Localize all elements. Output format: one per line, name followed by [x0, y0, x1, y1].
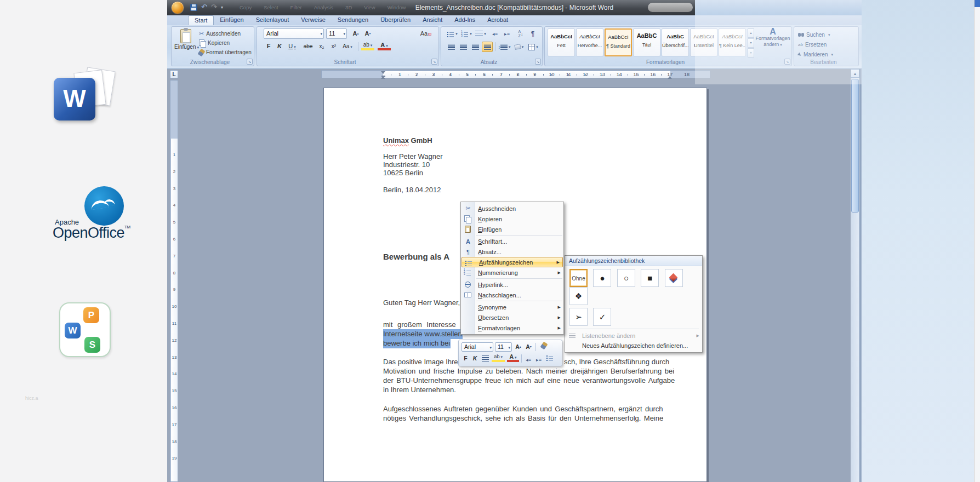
- style-card-hervorhebung[interactable]: AaBbCcIHervorhe...: [576, 28, 603, 56]
- browser-scrollbar-top[interactable]: [975, 0, 980, 7]
- chevron-down-icon[interactable]: ▾: [343, 32, 345, 36]
- style-card-untertitel[interactable]: AaBbCcIUntertitel: [690, 28, 717, 56]
- font-dialog-launcher[interactable]: ↘: [431, 59, 437, 65]
- style-card-ueberschrift[interactable]: AaBbCÜberschrif...: [662, 28, 689, 56]
- vertical-scrollbar[interactable]: ▲: [851, 69, 859, 482]
- menu-item-synonyme[interactable]: Synonyme▶: [461, 302, 563, 312]
- style-card-fett[interactable]: AaBbCcIFett: [548, 28, 575, 56]
- paste-button[interactable]: Einfügen: [174, 28, 197, 61]
- styles-scroll-up[interactable]: ▴: [748, 28, 754, 38]
- chevron-down-icon[interactable]: ▾: [320, 32, 322, 36]
- copy-button[interactable]: Kopieren: [199, 38, 230, 48]
- menu-item-schriftart[interactable]: ASchriftart...: [461, 236, 563, 246]
- align-right-button[interactable]: [470, 42, 481, 52]
- mini-italic-button[interactable]: K: [471, 354, 479, 363]
- format-painter-button[interactable]: Format übertragen: [199, 48, 252, 57]
- scroll-up-button[interactable]: ▲: [851, 69, 859, 78]
- numbering-button[interactable]: [460, 28, 473, 39]
- tab-addins[interactable]: Add-Ins: [448, 15, 481, 25]
- decrease-indent-button[interactable]: ◂≡: [489, 28, 500, 39]
- clear-formatting-button[interactable]: Aa: [419, 29, 433, 39]
- bullet-tile-hollow-circle[interactable]: ○: [617, 269, 635, 287]
- mini-highlight-button[interactable]: ab: [492, 354, 505, 362]
- mini-increase-indent-button[interactable]: ▸≡: [534, 355, 544, 364]
- subscript-button[interactable]: x₂: [316, 42, 327, 51]
- scrollbar-thumb[interactable]: [851, 79, 859, 213]
- bullet-tile-none[interactable]: Ohne: [569, 269, 588, 287]
- grow-font-button[interactable]: A▴: [350, 29, 361, 39]
- styles-dialog-launcher[interactable]: ↘: [784, 59, 790, 65]
- horizontal-ruler[interactable]: 123456789101112131415161718: [321, 70, 710, 78]
- bold-button[interactable]: F: [264, 42, 274, 51]
- font-size-combo[interactable]: 11▾: [326, 28, 347, 39]
- bullets-button[interactable]: [446, 28, 459, 39]
- redo-icon[interactable]: ↷: [211, 3, 217, 11]
- increase-indent-button[interactable]: ▸≡: [502, 28, 512, 39]
- find-button[interactable]: Suchen: [798, 30, 830, 39]
- undo-icon[interactable]: ↶: [201, 3, 207, 11]
- tab-start[interactable]: Start: [188, 15, 214, 25]
- mini-decrease-indent-button[interactable]: ◂≡: [523, 355, 533, 364]
- superscript-button[interactable]: x²: [328, 42, 339, 51]
- multilevel-list-button[interactable]: [474, 28, 487, 39]
- tab-ueberpruefen[interactable]: Überprüfen: [374, 15, 417, 25]
- mini-shrink-font-button[interactable]: A▾: [524, 342, 533, 352]
- bullet-tile-colored-diamond[interactable]: [665, 269, 683, 287]
- chevron-down-icon[interactable]: ▾: [508, 346, 510, 350]
- mini-format-painter-button[interactable]: [539, 342, 549, 352]
- highlight-color-button[interactable]: ab: [361, 42, 374, 50]
- sort-button[interactable]: AZ↓: [515, 28, 527, 39]
- bullet-tile-filled-circle[interactable]: ●: [593, 269, 611, 287]
- mini-size-combo[interactable]: 11▾: [495, 342, 512, 352]
- shading-button[interactable]: [512, 42, 526, 52]
- mini-font-color-button[interactable]: A: [507, 354, 519, 362]
- menu-item-hyperlink[interactable]: Hyperlink...: [461, 279, 563, 290]
- bullet-tile-square[interactable]: ■: [641, 269, 659, 287]
- mini-bold-button[interactable]: F: [461, 354, 470, 363]
- qat-dropdown-icon[interactable]: ▾: [221, 5, 223, 10]
- font-color-button[interactable]: A: [378, 42, 391, 50]
- replace-button[interactable]: abErsetzen: [798, 40, 827, 49]
- menu-item-nummerierung[interactable]: Nummerierung▶: [461, 267, 563, 278]
- menu-item-aufzaehlungszeichen[interactable]: Aufzählungszeichen▶: [461, 257, 563, 267]
- style-card-kein-leerraum[interactable]: AaBbCcI¶ Kein Lee...: [719, 28, 746, 56]
- align-center-button[interactable]: [458, 42, 469, 52]
- menu-item-uebersetzen[interactable]: Übersetzen▶: [461, 312, 563, 323]
- style-card-titel[interactable]: AaBbCTitel: [633, 28, 660, 56]
- tab-stop-selector[interactable]: L: [170, 70, 178, 78]
- menu-item-absatz[interactable]: ¶Absatz...: [461, 246, 563, 257]
- mini-bullets-button[interactable]: [545, 354, 555, 364]
- change-styles-button[interactable]: AFormatvorlagen ändern: [755, 28, 790, 60]
- styles-scroll-down[interactable]: ▾: [748, 38, 754, 48]
- style-card-standard[interactable]: AaBbCcI¶ Standard: [605, 28, 632, 56]
- bullet-tile-checkmark[interactable]: ✓: [593, 308, 611, 326]
- strikethrough-button[interactable]: abe: [301, 42, 315, 51]
- font-name-combo[interactable]: Arial▾: [264, 28, 324, 39]
- align-left-button[interactable]: [446, 42, 457, 52]
- justify-button[interactable]: [482, 42, 493, 52]
- chevron-down-icon[interactable]: ▾: [489, 346, 492, 350]
- clipboard-dialog-launcher[interactable]: ↘: [247, 59, 253, 65]
- menu-item-ausschneiden[interactable]: ✂Ausschneiden: [461, 203, 563, 214]
- change-case-button[interactable]: Aa: [340, 42, 355, 51]
- bullet-tile-arrowhead[interactable]: ➢: [569, 308, 588, 326]
- mini-align-button[interactable]: [480, 355, 490, 364]
- tab-acrobat[interactable]: Acrobat: [481, 15, 514, 25]
- mini-font-combo[interactable]: Arial▾: [461, 342, 493, 352]
- paragraph-dialog-launcher[interactable]: ↘: [535, 59, 541, 65]
- left-indent-marker[interactable]: [381, 76, 385, 77]
- tab-verweise[interactable]: Verweise: [295, 15, 332, 25]
- menu-item-kopieren[interactable]: Kopieren: [461, 214, 563, 224]
- menu-item-formatvorlagen[interactable]: Formatvorlagen▶: [461, 323, 563, 333]
- styles-gallery-expand[interactable]: ▿: [748, 48, 754, 58]
- right-indent-marker[interactable]: [668, 74, 672, 79]
- cut-button[interactable]: ✂Ausschneiden: [199, 29, 241, 38]
- browser-scrollbar[interactable]: [974, 0, 980, 482]
- save-icon[interactable]: [190, 4, 197, 11]
- office-button[interactable]: [171, 1, 184, 14]
- borders-button[interactable]: [527, 42, 540, 52]
- tab-sendungen[interactable]: Sendungen: [332, 15, 374, 25]
- tab-seitenlayout[interactable]: Seitenlayout: [250, 15, 295, 25]
- shrink-font-button[interactable]: A▾: [362, 29, 373, 39]
- show-paragraph-marks-button[interactable]: ¶: [528, 28, 538, 39]
